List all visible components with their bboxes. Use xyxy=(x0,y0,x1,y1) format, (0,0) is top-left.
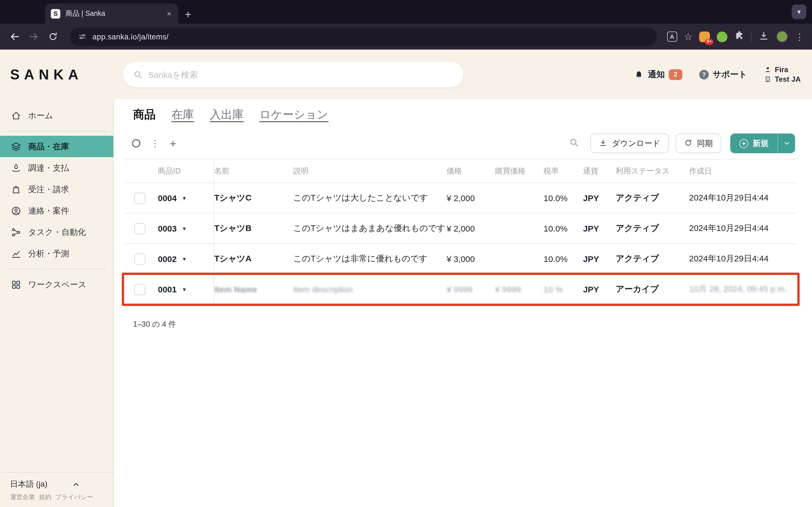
new-dropdown-button[interactable] xyxy=(778,133,795,153)
support-button[interactable]: ? サポート xyxy=(699,69,747,80)
cell-purchase-price xyxy=(495,183,544,213)
tab-in-out[interactable]: 入出庫 xyxy=(210,107,244,122)
browser-tab-strip: S 商品 | Sanka × + ▼ xyxy=(0,0,812,24)
tab-locations[interactable]: ロケーション xyxy=(259,107,328,122)
language-label: 日本語 (ja) xyxy=(10,480,47,490)
cell-id[interactable]: 0002▼ xyxy=(158,244,214,274)
column-header[interactable]: 税率 xyxy=(544,159,583,182)
chevron-down-icon[interactable]: ▼ xyxy=(182,286,187,292)
browser-actions: A ☆ 9+ ⋮ xyxy=(667,30,804,43)
translate-icon[interactable]: A xyxy=(667,32,677,42)
row-checkbox[interactable] xyxy=(134,253,146,265)
chevron-down-icon[interactable]: ▼ xyxy=(182,226,187,231)
sidebar-item-analytics-forecast[interactable]: 分析・予測 xyxy=(0,243,113,264)
sync-button[interactable]: 同期 xyxy=(675,133,721,153)
sidebar-item-procurement-payments[interactable]: 調達・支払 xyxy=(0,157,113,179)
notifications-button[interactable]: 通知 2 xyxy=(634,69,682,80)
extension-icon[interactable] xyxy=(717,31,727,42)
column-header[interactable]: 通貨 xyxy=(583,159,616,182)
more-options-icon[interactable]: ⋮ xyxy=(151,138,160,149)
row-checkbox[interactable] xyxy=(134,284,146,295)
bookmark-star-icon[interactable]: ☆ xyxy=(684,31,693,43)
cell-id[interactable]: 0001▼ xyxy=(158,274,214,304)
building-icon xyxy=(764,75,771,83)
site-info-icon[interactable] xyxy=(78,32,87,41)
sidebar-divider xyxy=(8,269,105,269)
column-header[interactable]: 名前 xyxy=(214,159,293,182)
person-icon xyxy=(764,66,771,73)
tab-close-icon[interactable]: × xyxy=(166,8,172,18)
pagination-summary: 1–30 の 4 件 xyxy=(133,320,796,330)
reload-icon[interactable] xyxy=(46,30,60,43)
sanka-logo[interactable]: SANKA xyxy=(10,66,83,82)
table-row-highlighted[interactable]: 0001▼ Item Name Item description ¥ 9999 … xyxy=(125,274,796,305)
address-bar[interactable]: app.sanka.io/ja/items/ xyxy=(70,27,657,46)
user-menu[interactable]: Fira Test JA xyxy=(764,65,801,83)
sidebar-item-label: 分析・予測 xyxy=(28,248,69,259)
add-view-icon[interactable]: + xyxy=(170,138,176,149)
sidebar-item-home[interactable]: ホーム xyxy=(0,105,113,126)
column-header[interactable]: 価格 xyxy=(447,159,495,182)
column-header[interactable]: 説明 xyxy=(293,159,447,182)
column-header[interactable]: 購買価格 xyxy=(495,159,544,182)
cell-status: アーカイブ xyxy=(616,274,689,304)
tab-products[interactable]: 商品 xyxy=(133,107,156,122)
list-toolbar-left: ⋮ + xyxy=(132,138,176,149)
cell-currency: JPY xyxy=(583,274,616,304)
cell-name: TシャツA xyxy=(214,244,293,274)
extensions-puzzle-icon[interactable] xyxy=(734,31,744,43)
extension-icon[interactable]: 9+ xyxy=(699,31,710,42)
column-header[interactable]: 利用ステータス xyxy=(616,159,689,182)
list-toolbar: ⋮ + ダウンロード xyxy=(125,133,796,159)
browser-menu-icon[interactable]: ⋮ xyxy=(795,31,804,42)
sync-label: 同期 xyxy=(697,138,713,149)
link-company[interactable]: 運営企業 xyxy=(10,493,35,501)
sidebar-item-contacts-deals[interactable]: 連絡・案件 xyxy=(0,200,113,221)
language-selector[interactable]: 日本語 (ja) xyxy=(10,480,113,490)
user-circle-icon xyxy=(10,205,21,216)
tab-search-button[interactable]: ▼ xyxy=(792,4,806,19)
table-search-icon[interactable] xyxy=(569,137,579,150)
search-input[interactable] xyxy=(148,69,453,79)
notifications-count-badge: 2 xyxy=(669,69,682,80)
column-header[interactable]: 商品ID xyxy=(158,159,214,182)
sidebar-item-products-inventory[interactable]: 商品・在庫 xyxy=(0,136,113,157)
list-toolbar-right: ダウンロード 同期 + 新規 xyxy=(569,133,795,153)
downloads-icon[interactable] xyxy=(758,30,769,43)
sidebar-nav: ホーム 商品・在庫 調達・支払 xyxy=(0,99,113,295)
forward-icon[interactable] xyxy=(27,30,41,43)
sidebar-item-label: 連絡・案件 xyxy=(28,205,69,216)
extension-badge: 9+ xyxy=(705,39,713,45)
global-search[interactable] xyxy=(123,61,463,87)
tab-inventory[interactable]: 在庫 xyxy=(171,107,194,122)
browser-profile-avatar[interactable] xyxy=(776,31,788,43)
link-privacy[interactable]: プライバシー xyxy=(55,493,93,501)
back-icon[interactable] xyxy=(8,30,21,43)
browser-tab[interactable]: S 商品 | Sanka × xyxy=(45,3,178,24)
table-row[interactable]: 0002▼ TシャツA このTシャツは非常に優れものです ¥ 3,000 10.… xyxy=(125,244,796,274)
new-button[interactable]: + 新規 xyxy=(730,133,795,153)
table-row[interactable]: 0003▼ TシャツB このTシャツはまあまあな優れものです ¥ 2,000 1… xyxy=(125,214,796,244)
chevron-down-icon[interactable]: ▼ xyxy=(182,195,187,201)
column-header[interactable]: 作成日 xyxy=(689,159,796,182)
cell-price: ¥ 9999 xyxy=(447,274,495,304)
screen: S 商品 | Sanka × + ▼ app.sanka.io/ja/items… xyxy=(0,0,812,507)
table-row[interactable]: 0004▼ TシャツC このTシャツは大したことないです ¥ 2,000 10.… xyxy=(125,183,796,214)
new-tab-button[interactable]: + xyxy=(185,9,191,20)
sidebar-item-workspace[interactable]: ワークスペース xyxy=(0,274,113,295)
row-checkbox[interactable] xyxy=(134,223,146,234)
download-button[interactable]: ダウンロード xyxy=(591,133,669,153)
bell-icon xyxy=(634,69,644,79)
sidebar-item-orders-invoices[interactable]: 受注・請求 xyxy=(0,179,113,200)
cell-id[interactable]: 0003▼ xyxy=(158,214,214,243)
sidebar-item-label: 調達・支払 xyxy=(28,163,69,173)
view-circle-icon[interactable] xyxy=(132,139,140,148)
sidebar-item-label: ワークスペース xyxy=(28,279,86,290)
row-checkbox[interactable] xyxy=(134,192,146,204)
sidebar-item-label: 商品・在庫 xyxy=(28,141,69,152)
chevron-down-icon[interactable]: ▼ xyxy=(182,256,187,262)
chart-icon xyxy=(10,248,21,259)
link-terms[interactable]: 規約 xyxy=(39,493,51,501)
sidebar-item-tasks-automation[interactable]: タスク・自動化 xyxy=(0,221,113,243)
cell-id[interactable]: 0004▼ xyxy=(158,183,214,213)
